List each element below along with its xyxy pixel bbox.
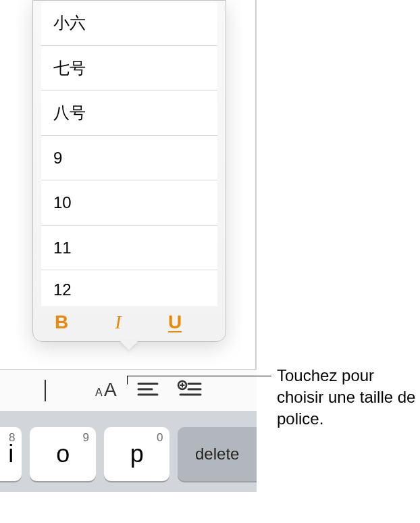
keyboard-key[interactable]: 9 o: [30, 427, 95, 481]
bold-button[interactable]: B: [51, 312, 72, 333]
list-item[interactable]: 七号: [41, 46, 217, 91]
list-item[interactable]: 12: [41, 270, 217, 303]
text-cursor: [45, 380, 46, 401]
underline-button[interactable]: U: [164, 312, 186, 333]
list-item[interactable]: 10: [41, 180, 217, 226]
format-bar: A A: [0, 369, 257, 411]
key-main-label: o: [56, 440, 70, 468]
key-alt-label: 9: [82, 431, 88, 445]
font-size-list[interactable]: 小六 七号 八号 9 10 11 12: [41, 1, 217, 306]
svg-text:A: A: [104, 379, 117, 400]
font-size-icon: A A: [91, 374, 121, 407]
italic-button[interactable]: I: [107, 312, 129, 333]
insert-list-button[interactable]: [169, 374, 211, 407]
list-item[interactable]: 11: [41, 226, 217, 271]
on-screen-keyboard: 8 i 9 o 0 p delete: [0, 411, 257, 492]
font-size-popover: 小六 七号 八号 9 10 11 12 B I U: [32, 0, 226, 342]
list-item[interactable]: 9: [41, 136, 217, 181]
key-alt-label: 8: [9, 431, 15, 445]
align-icon: [133, 374, 163, 407]
text-style-toolbar: B I U: [33, 306, 226, 341]
list-plus-icon: [175, 374, 205, 407]
font-size-button[interactable]: A A: [85, 374, 127, 407]
list-item[interactable]: 小六: [41, 1, 217, 46]
keyboard-key[interactable]: 0 p: [104, 427, 169, 481]
key-main-label: delete: [195, 445, 239, 464]
callout-text: Touchez pour choisir une taille de polic…: [277, 365, 419, 430]
list-item[interactable]: 八号: [41, 91, 217, 136]
delete-key[interactable]: delete: [178, 427, 257, 481]
text-align-button[interactable]: [127, 374, 169, 407]
key-alt-label: 0: [157, 431, 163, 445]
svg-text:A: A: [95, 387, 103, 398]
key-main-label: p: [130, 440, 144, 468]
keyboard-key[interactable]: 8 i: [0, 427, 22, 481]
